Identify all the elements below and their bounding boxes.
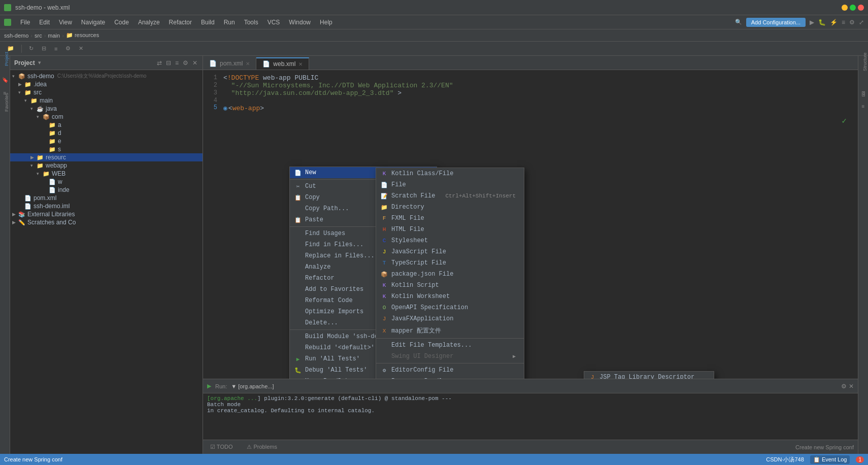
toolbar-settings-icon[interactable]: ⚙ — [849, 19, 855, 26]
editor-content[interactable]: 1 <!DOCTYPE web-app PUBLIC 2 "-//Sun Mic… — [203, 70, 858, 379]
run-tab-label[interactable]: ▼ [org.apache...] — [231, 383, 274, 389]
tab-todo[interactable]: ☑ TODO — [207, 442, 236, 452]
tree-item-d[interactable]: 📁 d — [10, 129, 203, 137]
bookmarks-icon[interactable]: 🔖 — [1, 77, 9, 85]
ctx-directory[interactable]: 📁 Directory — [376, 202, 524, 213]
tree-item-idea[interactable]: ▶ 📁 .idea — [10, 80, 203, 88]
ctx-ts[interactable]: T TypeScript File — [376, 257, 524, 269]
ctx-resource-bundle[interactable]: 🗂 Resource Bundle — [376, 376, 524, 379]
tree-label: Scratches and Co — [27, 219, 76, 226]
tree-item-java[interactable]: ▾ ☕ java — [10, 105, 203, 113]
menu-tools[interactable]: Tools — [240, 17, 262, 28]
menu-run[interactable]: Run — [220, 17, 239, 28]
debug-icon[interactable]: 🐛 — [818, 19, 826, 26]
menu-view[interactable]: View — [55, 17, 76, 28]
tree-item-ssh-demo[interactable]: ▾ 📦 ssh-demo C:\Users\徐文%\IdeaProjects\s… — [10, 72, 203, 80]
tree-item-inde[interactable]: 📄 inde — [10, 186, 203, 194]
ctx-kotlin-worksheet[interactable]: K Kotlin Worksheet — [376, 291, 524, 302]
more-icon[interactable]: ≡ — [842, 19, 845, 26]
tree-item-external-libs[interactable]: ▶ 📚 External Libraries — [10, 210, 203, 218]
breadcrumb-project[interactable]: ssh-demo — [4, 32, 28, 39]
tree-item-e[interactable]: 📁 e — [10, 137, 203, 145]
minimize-button[interactable] — [842, 5, 848, 11]
menu-navigate[interactable]: Navigate — [77, 17, 109, 28]
right-panel-icon[interactable]: ≡ — [859, 104, 867, 112]
run-icon[interactable]: ▶ — [810, 19, 814, 26]
ctx-analyze-label: Analyze — [305, 263, 330, 271]
tab-web-close[interactable]: ✕ — [298, 61, 303, 67]
tree-item-main[interactable]: ▾ 📁 main — [10, 96, 203, 105]
tree-item-src[interactable]: ▾ 📁 src — [10, 88, 203, 96]
toolbar-sync-icon[interactable]: ↻ — [26, 44, 37, 53]
panel-filter-icon[interactable]: ≡ — [174, 58, 180, 68]
project-panel-header: Project ▾ ⇄ ⊟ ≡ ⚙ ✕ — [10, 56, 203, 70]
tree-item-w[interactable]: 📄 w — [10, 178, 203, 186]
ctx-html[interactable]: H HTML File — [376, 224, 524, 235]
panel-collapse-icon[interactable]: ⊟ — [165, 58, 172, 68]
tree-item-com[interactable]: ▾ 📦 com — [10, 113, 203, 121]
ctx-stylesheet[interactable]: C Stylesheet — [376, 235, 524, 246]
menu-code[interactable]: Code — [110, 17, 133, 28]
tree-item-pom[interactable]: 📄 pom.xml — [10, 194, 203, 202]
ctx-jsp-tag-library[interactable]: J JSP Tag Library Descriptor — [584, 372, 714, 379]
maximize-button[interactable] — [850, 5, 856, 11]
toolbar-gear-icon[interactable]: ⚙ — [62, 44, 74, 53]
tree-item-a[interactable]: 📁 a — [10, 121, 203, 129]
ctx-scratch-file[interactable]: 📝 Scratch File Ctrl+Alt+Shift+Insert — [376, 190, 524, 202]
structure-right-icon[interactable]: Structure — [859, 63, 867, 71]
mapper-icon: X — [380, 328, 388, 334]
panel-sync-icon[interactable]: ⇄ — [156, 58, 163, 68]
ctx-kotlin-class[interactable]: K Kotlin Class/File — [376, 168, 524, 179]
ctx-javafx[interactable]: J JavaFXApplication — [376, 313, 524, 324]
toolbar-collapse-icon[interactable]: ⊟ — [39, 44, 49, 53]
ctx-kotlin-script[interactable]: K Kotlin Script — [376, 280, 524, 291]
toolbar-close-icon[interactable]: ✕ — [76, 44, 86, 53]
tab-web-xml[interactable]: 📄 web.xml ✕ — [256, 57, 309, 70]
ctx-fxml[interactable]: F FXML File — [376, 213, 524, 224]
event-log-icon[interactable]: 📋 Event Log — [810, 455, 850, 464]
menu-refactor[interactable]: Refactor — [165, 17, 196, 28]
menu-window[interactable]: Window — [285, 17, 315, 28]
breadcrumb-src[interactable]: src — [35, 32, 42, 39]
panel-gear-icon[interactable]: ⚙ — [182, 58, 189, 68]
ctx-package-json[interactable]: 📦 package.json File — [376, 269, 524, 280]
ctx-editor-config[interactable]: ⚙ EditorConfig File — [376, 364, 524, 376]
menu-edit[interactable]: Edit — [35, 17, 54, 28]
tab-problems[interactable]: ⚠ Problems — [244, 442, 280, 452]
breadcrumb-main[interactable]: main — [48, 32, 60, 39]
tree-item-sshdemo-iml[interactable]: 📄 ssh-demo.iml — [10, 202, 203, 210]
run-close-icon[interactable]: ✕ — [849, 383, 854, 390]
close-button[interactable] — [858, 5, 864, 11]
ctx-file[interactable]: 📄 File — [376, 179, 524, 190]
tree-item-webapp[interactable]: ▾ 📁 webapp — [10, 161, 203, 170]
favorites-icon[interactable]: Favorites — [1, 104, 9, 112]
tab-pom-xml[interactable]: 📄 pom.xml ✕ — [203, 57, 256, 70]
ctx-js[interactable]: J JavaScript File — [376, 246, 524, 257]
tab-pom-close[interactable]: ✕ — [246, 61, 250, 67]
expand-icon[interactable]: ⤢ — [859, 19, 864, 26]
tree-item-resources[interactable]: ▶ 📁 resourc — [10, 153, 203, 161]
cut-icon: ✂ — [294, 183, 302, 190]
menu-help[interactable]: Help — [316, 17, 337, 28]
database-icon[interactable]: 🗄 — [859, 91, 867, 99]
submenu-new: K Kotlin Class/File 📄 File 📝 Scratch Fil… — [376, 168, 524, 379]
toolbar-filter-icon[interactable]: ≡ — [51, 45, 60, 53]
ctx-edit-templates[interactable]: Edit File Templates... — [376, 340, 524, 351]
menu-build[interactable]: Build — [197, 17, 219, 28]
ctx-openapi[interactable]: O OpenAPI Specification — [376, 302, 524, 313]
panel-close-icon[interactable]: ✕ — [191, 58, 198, 68]
breadcrumb-resources[interactable]: 📁 resources — [66, 32, 99, 39]
profile-icon[interactable]: ⚡ — [830, 19, 838, 26]
tree-item-web[interactable]: ▾ 📁 WEB — [10, 170, 203, 178]
window-controls[interactable] — [842, 5, 864, 11]
menu-vcs[interactable]: VCS — [263, 17, 284, 28]
project-dropdown-icon[interactable]: ▾ — [38, 59, 41, 66]
menu-file[interactable]: File — [16, 17, 34, 28]
tree-item-scratches[interactable]: ▶ ✏️ Scratches and Co — [10, 218, 203, 226]
run-settings-icon[interactable]: ⚙ — [841, 383, 847, 390]
project-panel-icon[interactable]: Project — [1, 58, 9, 66]
menu-analyze[interactable]: Analyze — [134, 17, 164, 28]
add-configuration-button[interactable]: Add Configuration... — [746, 18, 806, 27]
ctx-mapper[interactable]: X mapper 配置文件 — [376, 324, 524, 337]
tree-item-s[interactable]: 📁 s — [10, 145, 203, 153]
